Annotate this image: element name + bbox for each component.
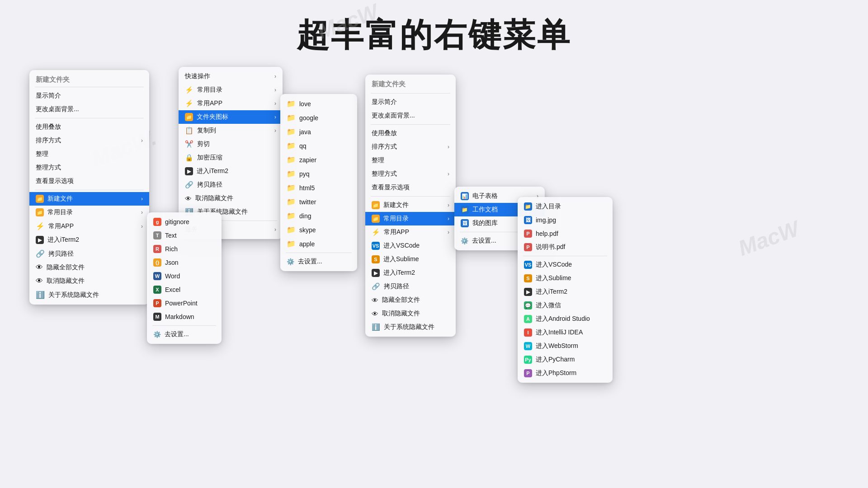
menu6-help-pdf[interactable]: P help.pdf (518, 227, 613, 240)
menu4-header: 新建文件夹 (365, 77, 456, 91)
copy-to-icon: 📋 (185, 127, 193, 135)
menu6-phpstorm[interactable]: P 进入PhpStorm (518, 366, 613, 380)
menu4-iterm2[interactable]: ▶ 进入iTerm2 (365, 266, 456, 280)
menu3-rich[interactable]: R Rich (147, 242, 222, 256)
folder-ding[interactable]: 📁 ding (280, 209, 357, 223)
menu4-change-bg[interactable]: 更改桌面背景... (365, 109, 456, 122)
menu1-hide-files[interactable]: 👁 隐藏全部文件 (29, 261, 149, 274)
menu1-new-file[interactable]: 📁 新建文件 › (29, 192, 149, 206)
menu2-common-app[interactable]: ⚡ 常用APP › (179, 97, 283, 110)
help-pdf-icon: P (524, 230, 532, 238)
menu4-hide[interactable]: 👁 隐藏全部文件 (365, 293, 456, 307)
menu3-json[interactable]: {} Json (147, 256, 222, 269)
menu6-intellij[interactable]: I 进入IntelliJ IDEA (518, 326, 613, 339)
spreadsheet-icon: 📊 (461, 192, 469, 200)
menu6-img[interactable]: 🖼 img.jpg (518, 213, 613, 227)
menu4-show-info[interactable]: 显示简介 (365, 95, 456, 109)
menu4-copy-path[interactable]: 🔗 拷贝路径 (365, 280, 456, 293)
gallery-icon: 🖼 (461, 219, 469, 227)
menu6-pycharm-icon: Py (524, 356, 532, 364)
skype-folder-icon: 📁 (287, 225, 296, 234)
menu2b-settings[interactable]: ⚙️ 去设置... (280, 255, 357, 268)
menu4-sublime[interactable]: S 进入Sublime (365, 253, 456, 266)
folder-skype[interactable]: 📁 skype (280, 223, 357, 237)
menu2-folder-icon[interactable]: 📁 文件夹图标 › (179, 110, 283, 124)
menu1-change-bg[interactable]: 更改桌面背景... (29, 103, 149, 116)
menu4-vscode[interactable]: VS 进入VSCode (365, 239, 456, 253)
folder-pyq[interactable]: 📁 pyq (280, 167, 357, 181)
menu4-dir-icon: 📁 (372, 215, 380, 223)
menu3-excel[interactable]: X Excel (147, 283, 222, 296)
folder-zapier[interactable]: 📁 zapier (280, 153, 357, 167)
folder-love[interactable]: 📁 love (280, 97, 357, 111)
menu4-new-file[interactable]: 📁 新建文件 › (365, 198, 456, 212)
menu3-ppt[interactable]: P PowerPoint (147, 296, 222, 310)
menu4-sort[interactable]: 排序方式› (365, 140, 456, 154)
menu3-markdown[interactable]: M Markdown (147, 310, 222, 324)
about-hidden-icon: ℹ️ (36, 291, 45, 299)
folder-google[interactable]: 📁 google (280, 111, 357, 125)
menu4-copy-icon: 🔗 (372, 282, 380, 291)
menu4-info-icon: ℹ️ (372, 323, 380, 331)
menu4-common-dir[interactable]: 📁 常用目录 › (365, 212, 456, 225)
folder-html5[interactable]: 📁 html5 (280, 181, 357, 195)
menu4-app-icon: ⚡ (372, 228, 380, 236)
menu4-organize[interactable]: 整理 (365, 154, 456, 167)
menu1-organize[interactable]: 整理 (29, 147, 149, 161)
menu1-show-info[interactable]: 显示简介 (29, 89, 149, 103)
menu1-iterm2[interactable]: ▶ 进入iTerm2 (29, 233, 149, 247)
menu1-organize-by[interactable]: 整理方式 (29, 161, 149, 174)
sep-menu2b (286, 253, 352, 253)
page-title: 超丰富的右键菜单 (0, 0, 868, 57)
folder-qq[interactable]: 📁 qq (280, 139, 357, 153)
menu6-pycharm[interactable]: Py 进入PyCharm (518, 353, 613, 366)
menu2-show-icon: 👁 (185, 195, 192, 202)
menu6-iterm2[interactable]: ▶ 进入iTerm2 (518, 285, 613, 299)
menu3-word[interactable]: W Word (147, 269, 222, 283)
menu2-copy-path-icon: 🔗 (185, 181, 193, 189)
menu3-settings[interactable]: ⚙️ 去设置... (147, 328, 222, 341)
menu6-webstorm[interactable]: W 进入WebStorm (518, 339, 613, 353)
menu1-copy-path[interactable]: 🔗 拷贝路径 (29, 247, 149, 261)
menu2-quick-action[interactable]: 快速操作› (179, 70, 283, 83)
menu3-gitignore[interactable]: g gitignore (147, 215, 222, 229)
menu1-show-files[interactable]: 👁 取消隐藏文件 (29, 274, 149, 288)
enter-dir-icon: 📁 (524, 202, 532, 211)
menu6-sublime[interactable]: S 进入Sublime (518, 272, 613, 285)
folder-java[interactable]: 📁 java (280, 125, 357, 139)
menu4-use-stack[interactable]: 使用叠放 (365, 127, 456, 140)
menu2-show-hidden[interactable]: 👁 取消隐藏文件 (179, 192, 283, 205)
menu4-about[interactable]: ℹ️ 关于系统隐藏文件 (365, 320, 456, 334)
folder-twitter[interactable]: 📁 twitter (280, 195, 357, 209)
menu1-use-stack[interactable]: 使用叠放 (29, 120, 149, 134)
menu6-manual-pdf[interactable]: P 说明书.pdf (518, 240, 613, 254)
menu6-vscode-icon: VS (524, 261, 532, 269)
sep-menu4-1 (371, 93, 450, 94)
menu1-about-hidden[interactable]: ℹ️ 关于系统隐藏文件 (29, 288, 149, 302)
menu6-enter-dir[interactable]: 📁 进入目录 (518, 200, 613, 213)
menu4-display[interactable]: 查看显示选项 (365, 181, 456, 194)
menu1-sort[interactable]: 排序方式› (29, 134, 149, 147)
menu1-display-options[interactable]: 查看显示选项 (29, 174, 149, 188)
twitter-folder-icon: 📁 (287, 197, 296, 206)
menu1-common-app[interactable]: ⚡ 常用APP › (29, 219, 149, 233)
folder-apple[interactable]: 📁 apple (280, 237, 357, 251)
menu4-common-app[interactable]: ⚡ 常用APP › (365, 225, 456, 239)
md-icon: M (153, 313, 161, 321)
sep (35, 87, 144, 87)
html5-folder-icon: 📁 (287, 183, 296, 192)
menu6-wechat[interactable]: 💬 进入微信 (518, 299, 613, 312)
menu1-common-dir[interactable]: 📁 常用目录 › (29, 206, 149, 219)
menu2-common-dir[interactable]: ⚡ 常用目录 › (179, 83, 283, 97)
menu4-organize-by[interactable]: 整理方式› (365, 167, 456, 181)
menu2-cut[interactable]: ✂️ 剪切 (179, 137, 283, 151)
menu2-copy-path[interactable]: 🔗 拷贝路径 (179, 178, 283, 192)
menu2-encrypt[interactable]: 🔒 加密压缩 (179, 151, 283, 164)
menu6-android[interactable]: A 进入Android Studio (518, 312, 613, 326)
menu6-vscode[interactable]: VS 进入VSCode (518, 258, 613, 272)
menu2-copy-to[interactable]: 📋 复制到 › (179, 124, 283, 137)
menu2-iterm2[interactable]: ▶ 进入iTerm2 (179, 164, 283, 178)
menu3-text[interactable]: T Text (147, 229, 222, 242)
menu4-iterm-icon: ▶ (372, 269, 380, 277)
menu4-show[interactable]: 👁 取消隐藏文件 (365, 307, 456, 320)
